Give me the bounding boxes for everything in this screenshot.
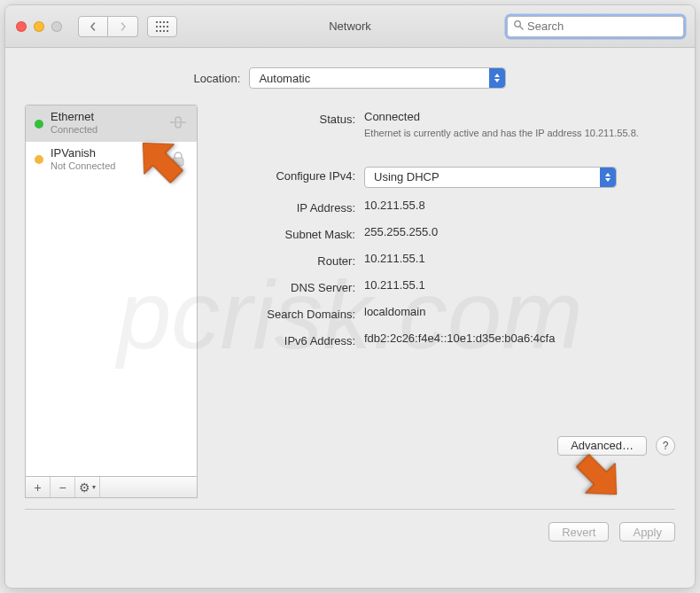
sidebar-column: Ethernet Connected IPVanish Not Connecte… (25, 105, 198, 498)
subnet-mask-value: 255.255.255.0 (364, 225, 675, 238)
subnet-mask-label: Subnet Mask: (214, 225, 364, 241)
main-area: Ethernet Connected IPVanish Not Connecte… (5, 105, 695, 498)
remove-service-button[interactable]: − (51, 477, 75, 497)
status-dot-yellow-icon (35, 155, 43, 164)
service-actions-button[interactable]: ⚙︎▾ (75, 477, 100, 497)
window-controls (16, 21, 62, 32)
search-icon (513, 20, 524, 33)
vpn-lock-icon (167, 149, 190, 168)
back-button[interactable] (78, 16, 108, 37)
service-item-ipvanish[interactable]: IPVanish Not Connected (26, 142, 197, 178)
svg-point-16 (179, 121, 181, 123)
ipv6-address-value: fdb2:2c26:f4e4::10e1:d35e:b0a6:4cfa (364, 332, 675, 345)
svg-rect-2 (163, 21, 165, 23)
search-domains-value: localdomain (364, 305, 675, 318)
network-prefs-window: Network Location: Automatic Ethernet Con… (4, 4, 696, 589)
svg-rect-6 (163, 26, 165, 27)
dns-server-label: DNS Server: (214, 278, 364, 294)
search-field[interactable] (507, 16, 684, 37)
svg-point-12 (515, 21, 521, 27)
titlebar: Network (5, 5, 695, 48)
add-service-button[interactable]: + (26, 477, 51, 497)
configure-ipv4-label: Configure IPv4: (214, 167, 364, 183)
location-value: Automatic (259, 72, 310, 85)
configure-ipv4-popup[interactable]: Using DHCP (364, 167, 617, 188)
ip-address-value: 10.211.55.8 (364, 199, 675, 212)
status-description: Ethernet is currently active and has the… (364, 127, 648, 140)
detail-pane: Status: Connected Ethernet is currently … (214, 105, 675, 498)
status-value: Connected (364, 110, 420, 123)
popup-arrows-icon (489, 68, 505, 88)
search-input[interactable] (527, 20, 678, 33)
revert-button[interactable]: Revert (548, 522, 609, 542)
dns-server-value: 10.211.55.1 (364, 278, 675, 292)
ip-address-label: IP Address: (214, 199, 364, 215)
status-label: Status: (214, 110, 364, 126)
svg-rect-5 (159, 26, 161, 27)
nav-buttons (78, 16, 138, 37)
apply-button[interactable]: Apply (619, 522, 675, 542)
gear-icon: ⚙︎ (79, 480, 90, 495)
svg-rect-0 (156, 21, 158, 23)
zoom-window-button[interactable] (51, 21, 62, 32)
svg-rect-11 (167, 30, 168, 32)
help-button[interactable]: ? (656, 436, 675, 456)
svg-rect-9 (159, 30, 161, 32)
close-window-button[interactable] (16, 21, 27, 32)
bottom-bar: Revert Apply (25, 509, 675, 554)
svg-rect-3 (167, 21, 168, 23)
service-name: IPVanish (51, 147, 115, 160)
svg-rect-1 (159, 21, 161, 23)
svg-line-13 (520, 27, 523, 29)
service-name: Ethernet (51, 111, 97, 124)
ipv6-address-label: IPv6 Address: (214, 332, 364, 347)
service-list-footer: + − ⚙︎▾ (25, 477, 198, 498)
service-status: Not Connected (51, 160, 115, 172)
service-status: Connected (51, 124, 97, 136)
search-domains-label: Search Domains: (214, 305, 364, 321)
svg-rect-8 (156, 30, 158, 32)
service-list[interactable]: Ethernet Connected IPVanish Not Connecte… (25, 105, 198, 477)
ethernet-icon (167, 113, 190, 132)
svg-point-14 (176, 121, 178, 123)
service-item-ethernet[interactable]: Ethernet Connected (26, 105, 197, 142)
svg-rect-7 (167, 26, 168, 27)
popup-arrows-icon (600, 168, 616, 187)
location-row: Location: Automatic (5, 48, 695, 105)
minimize-window-button[interactable] (34, 21, 44, 32)
svg-rect-17 (173, 158, 183, 166)
show-all-button[interactable] (147, 16, 177, 37)
advanced-button[interactable]: Advanced… (557, 436, 647, 456)
configure-ipv4-value: Using DHCP (374, 170, 439, 183)
forward-button[interactable] (108, 16, 138, 37)
router-label: Router: (214, 252, 364, 268)
chevron-down-icon: ▾ (92, 483, 96, 491)
router-value: 10.211.55.1 (364, 252, 675, 265)
svg-point-15 (177, 121, 179, 123)
svg-rect-10 (163, 30, 165, 32)
location-label: Location: (194, 72, 241, 85)
svg-rect-4 (156, 26, 158, 27)
status-dot-green-icon (35, 120, 43, 129)
location-popup[interactable]: Automatic (249, 67, 506, 89)
